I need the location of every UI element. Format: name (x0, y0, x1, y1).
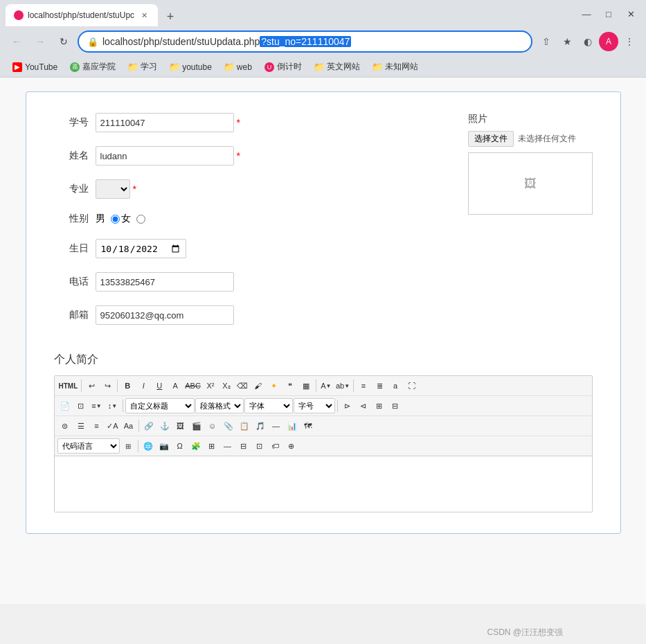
bookmark-study[interactable]: 📁 学习 (123, 60, 163, 74)
file-choose-button[interactable]: 选择文件 (468, 131, 514, 147)
planet-button[interactable]: 🌐 (141, 438, 156, 454)
para-align-button[interactable]: ⊞ (372, 398, 387, 413)
file-button[interactable]: 📎 (221, 418, 236, 433)
bookmark-jiaying[interactable]: 嘉 嘉应学院 (64, 60, 121, 74)
html-mode-button[interactable]: HTML (57, 378, 80, 393)
tab-close-button[interactable]: ✕ (138, 10, 150, 21)
fullscreen-button[interactable]: ⛶ (404, 378, 419, 393)
align-left-btn[interactable]: ⊡ (73, 398, 89, 413)
bookmark-unknown[interactable]: 📁 未知网站 (367, 60, 424, 74)
bookmark-icon[interactable]: ★ (557, 32, 577, 51)
table3-button[interactable]: ⊡ (252, 438, 267, 454)
strikethrough-button[interactable]: ABC (183, 378, 202, 393)
active-tab[interactable]: localhost/php/student/stuUpc ✕ (6, 4, 158, 26)
code-insert-button[interactable]: ⊞ (120, 438, 136, 454)
puzzle-button[interactable]: 🧩 (188, 438, 204, 454)
photo-label: 照片 (468, 113, 593, 125)
quote-open-button[interactable]: ❝ (282, 378, 298, 393)
gender-other-radio[interactable] (136, 215, 145, 224)
font-color-button[interactable]: A (168, 378, 183, 393)
right-align-button[interactable]: ⊟ (388, 398, 403, 413)
highlight-button[interactable]: ✦ (267, 378, 282, 393)
stu-no-input[interactable] (96, 113, 234, 132)
template-button[interactable]: 📋 (237, 418, 252, 433)
minimize-button[interactable]: — (577, 4, 596, 24)
redo-button[interactable]: ↪ (100, 378, 115, 393)
chart-button[interactable]: 📊 (285, 418, 300, 433)
url-params: ?stu_no=211110047 (260, 36, 351, 47)
align-button2[interactable]: ≡▼ (89, 398, 105, 413)
separator-button[interactable]: — (269, 418, 284, 433)
code-lang-select[interactable]: 代码语言 (57, 438, 120, 454)
address-bar[interactable]: 🔒 localhost/php/student/stuUpdata.php?st… (78, 30, 532, 53)
table-button[interactable]: ▦ (298, 378, 314, 393)
editor-body[interactable] (55, 456, 592, 512)
extension-icon[interactable]: ◐ (578, 32, 598, 51)
bookmark-countdown[interactable]: U 倒计时 (259, 60, 307, 74)
line-height-button[interactable]: ↕▼ (105, 398, 120, 413)
share-icon[interactable]: ⇧ (537, 32, 556, 51)
align-left2[interactable]: ⊜ (57, 418, 73, 433)
image-button[interactable]: 🖼 (173, 418, 188, 433)
bold-button[interactable]: B (120, 378, 135, 393)
major-select[interactable] (96, 179, 130, 199)
major-label: 专业 (54, 183, 89, 195)
emoji-button[interactable]: ☺ (205, 418, 220, 433)
refresh-button[interactable]: ↻ (54, 32, 73, 51)
font-size-select[interactable]: 字号 (294, 398, 335, 413)
close-button[interactable]: ✕ (621, 4, 640, 24)
para-indent-button[interactable]: ⊳ (340, 398, 355, 413)
heading-select[interactable]: 自定义标题 (125, 398, 195, 413)
profile-icon[interactable]: A (599, 32, 618, 51)
paragraph-select[interactable]: 段落格式 (195, 398, 244, 413)
bookmark-web[interactable]: 📁 web (219, 61, 258, 73)
email-input[interactable] (96, 305, 234, 325)
bookmark-youtube2[interactable]: 📁 youtube (164, 61, 217, 73)
undo-button[interactable]: ↩ (84, 378, 99, 393)
bookmark-english[interactable]: 📁 英文网站 (309, 60, 366, 74)
new-tab-button[interactable]: + (161, 7, 180, 26)
highlight2-button[interactable]: ab▼ (334, 378, 351, 393)
name-input[interactable] (96, 146, 234, 166)
folder-icon: 📁 (373, 62, 382, 72)
format-paint-button[interactable]: 🖌 (251, 378, 266, 393)
gender-row: 性别 男 女 (54, 213, 454, 225)
more-table-button[interactable]: ⊟ (236, 438, 251, 454)
indent-button[interactable]: a (388, 378, 403, 393)
forward-button[interactable]: → (30, 32, 50, 51)
spellcheck2-button[interactable]: Aa (121, 418, 136, 433)
hr-button[interactable]: — (220, 438, 235, 454)
menu-icon[interactable]: ⋮ (620, 32, 639, 51)
font-family-select[interactable]: 字体 (244, 398, 293, 413)
align-center[interactable]: ☰ (73, 418, 89, 433)
superscript-button[interactable]: X² (203, 378, 218, 393)
align-right[interactable]: ≡ (89, 418, 105, 433)
merge-button[interactable]: ⊕ (284, 438, 299, 454)
subscript-button[interactable]: X₂ (219, 378, 234, 393)
screen-capture-button[interactable]: 📷 (156, 438, 172, 454)
bookmark-youtube[interactable]: ▶ YouTube (7, 61, 63, 73)
font-color2-button[interactable]: A▼ (318, 378, 334, 393)
audio-button[interactable]: 🎵 (253, 418, 268, 433)
list-ol-button[interactable]: ≣ (372, 378, 387, 393)
table2-button[interactable]: ⊞ (204, 438, 219, 454)
para-outdent-button[interactable]: ⊲ (356, 398, 371, 413)
omega-button[interactable]: Ω (172, 438, 188, 454)
phone-input[interactable] (96, 272, 234, 292)
birthday-input[interactable] (96, 239, 186, 258)
new-doc-button[interactable]: 📄 (57, 398, 73, 413)
flag-button[interactable]: 🏷 (268, 438, 283, 454)
back-button[interactable]: ← (7, 32, 26, 51)
underline-button[interactable]: U (152, 378, 167, 393)
maximize-button[interactable]: □ (599, 4, 618, 24)
list-ul-button[interactable]: ≡ (356, 378, 371, 393)
anchor-button[interactable]: ⚓ (157, 418, 172, 433)
spellcheck-button[interactable]: ✓A (105, 418, 120, 433)
gender-female-radio[interactable] (111, 215, 120, 224)
eraser-button[interactable]: ⌫ (235, 378, 250, 393)
url-base: localhost/php/student/stuUpdata.php (102, 36, 260, 47)
video-button[interactable]: 🎬 (189, 418, 204, 433)
italic-button[interactable]: I (136, 378, 151, 393)
link-button[interactable]: 🔗 (141, 418, 156, 433)
map-button[interactable]: 🗺 (300, 418, 316, 433)
